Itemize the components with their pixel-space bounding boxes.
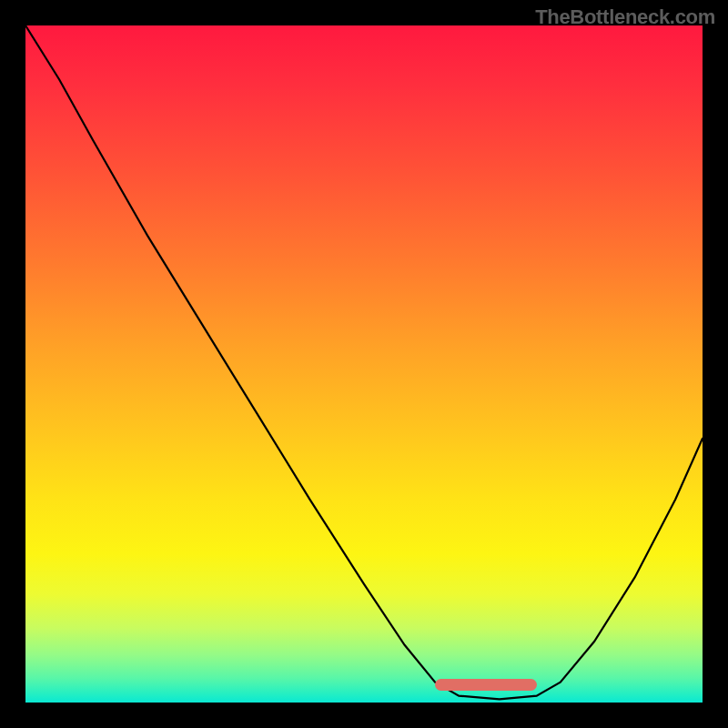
optimal-marker bbox=[435, 679, 537, 691]
chart-container: TheBottleneck.com bbox=[0, 0, 728, 728]
watermark-text: TheBottleneck.com bbox=[535, 5, 715, 29]
plot-area bbox=[25, 25, 703, 703]
chart-curve bbox=[25, 25, 703, 703]
